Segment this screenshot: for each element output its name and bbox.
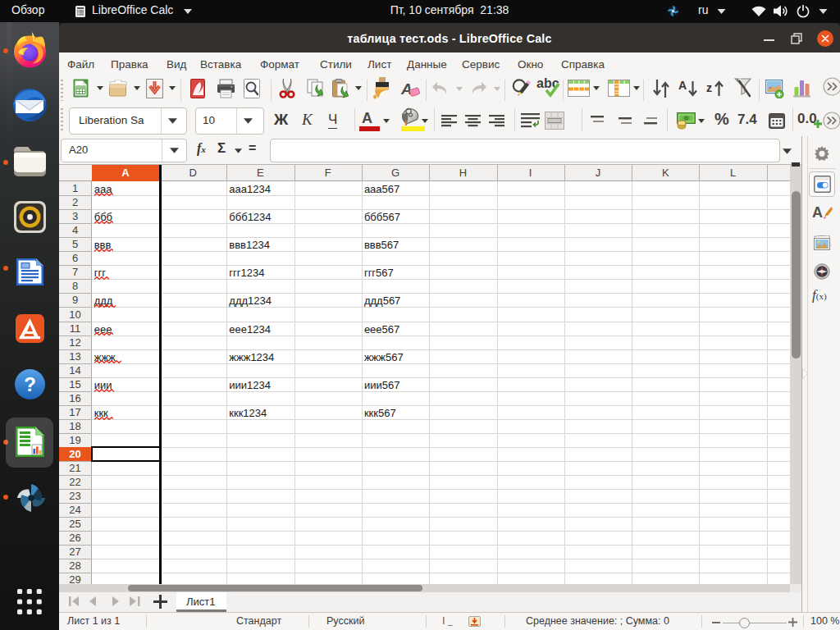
svg-text:?: ? bbox=[24, 373, 36, 395]
